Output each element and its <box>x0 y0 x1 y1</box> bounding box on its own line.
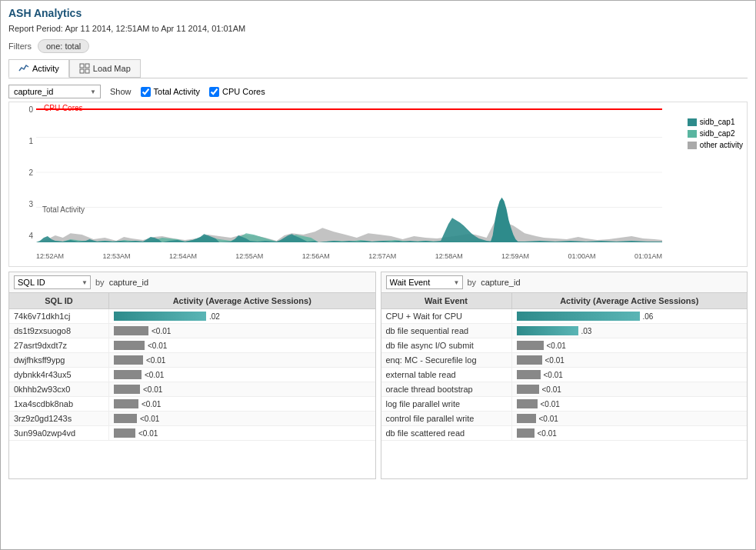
wait-table-row[interactable]: db file scattered read <0.01 <box>381 426 748 441</box>
wait-select-wrapper[interactable]: Wait Event <box>386 275 463 289</box>
sql-row-id: ds1t9zxsuogo8 <box>9 324 109 338</box>
wait-row-activity: .06 <box>512 309 748 323</box>
y-label-1: 1 <box>11 137 33 145</box>
report-period: Report Period: Apr 11 2014, 12:51AM to A… <box>8 24 748 33</box>
sql-id-select[interactable]: SQL ID <box>14 275 91 289</box>
wait-row-id: enq: MC - Securefile log <box>381 353 512 367</box>
wait-bar-value: <0.01 <box>538 429 557 438</box>
legend-label-0: sidb_cap1 <box>700 118 735 126</box>
legend-item-2: other activity <box>688 141 743 149</box>
wait-table-row[interactable]: db file async I/O submit <0.01 <box>381 338 748 353</box>
wait-table-row[interactable]: oracle thread bootstrap <0.01 <box>381 382 748 397</box>
sql-col-id-header: SQL ID <box>9 293 109 308</box>
wait-table-row[interactable]: db file sequential read .03 <box>381 324 748 338</box>
wait-row-activity: <0.01 <box>512 338 748 352</box>
x-label-5: 12:57AM <box>368 252 396 260</box>
sql-bar-value: .02 <box>209 312 220 321</box>
wait-table-row[interactable]: control file parallel write <0.01 <box>381 412 748 426</box>
report-period-label: Report Period: <box>8 24 63 33</box>
total-activity-checkbox-label[interactable]: Total Activity <box>141 87 201 97</box>
cpu-cores-checkbox-label[interactable]: CPU Cores <box>209 87 265 97</box>
cpu-cores-checkbox[interactable] <box>209 87 219 97</box>
sql-row-activity: <0.01 <box>109 368 375 382</box>
capture-id-select[interactable]: capture_id <box>8 85 101 98</box>
sql-table-row[interactable]: 74k6v71dkh1cj .02 <box>9 309 375 324</box>
sql-table-row[interactable]: 27asrt9dxdt7z <0.01 <box>9 338 375 353</box>
wait-table-row[interactable]: CPU + Wait for CPU .06 <box>381 309 748 324</box>
x-label-7: 12:59AM <box>501 252 529 260</box>
sql-table-row[interactable]: dwjfhksff9ypg <0.01 <box>9 353 375 368</box>
sql-table-row[interactable]: ds1t9zxsuogo8 <0.01 <box>9 324 375 338</box>
sql-select-wrapper[interactable]: SQL ID <box>14 275 91 289</box>
wait-row-id: log file parallel write <box>381 397 512 411</box>
wait-col-wait-header: Wait Event <box>381 293 512 308</box>
x-label-2: 12:54AM <box>169 252 197 260</box>
legend-color-1 <box>688 130 697 138</box>
wait-bar <box>517 326 578 335</box>
wait-panel-header: Wait Event by capture_id <box>381 272 748 293</box>
wait-table-row[interactable]: external table read <0.01 <box>381 368 748 382</box>
wait-col-activity-header: Activity (Average Active Sessions) <box>512 293 748 308</box>
wait-row-activity: <0.01 <box>512 412 748 425</box>
legend-item-1: sidb_cap2 <box>688 129 743 138</box>
total-activity-checkbox[interactable] <box>141 87 151 97</box>
sql-row-id: 3rz9z0gd1243s <box>9 412 109 425</box>
wait-bar <box>517 428 535 438</box>
wait-row-activity: .03 <box>512 324 748 338</box>
svg-marker-8 <box>36 215 662 242</box>
sql-row-activity: <0.01 <box>109 324 375 338</box>
wait-table-row[interactable]: log file parallel write <0.01 <box>381 397 748 412</box>
sql-row-activity: <0.01 <box>109 353 375 367</box>
cpu-cores-label: CPU Cores <box>222 87 265 96</box>
sql-table-row[interactable]: 1xa4scdbk8nab <0.01 <box>9 397 375 412</box>
wait-by-label: by <box>468 278 477 287</box>
tab-activity[interactable]: Activity <box>8 59 69 78</box>
y-label-4: 4 <box>11 232 33 240</box>
sql-row-id: 27asrt9dxdt7z <box>9 338 109 352</box>
sql-bar <box>114 370 142 379</box>
capture-id-select-wrapper[interactable]: capture_id <box>8 85 101 98</box>
sql-bar-value: <0.01 <box>140 415 159 423</box>
sql-table-row[interactable]: dybnkk4r43ux5 <0.01 <box>9 368 375 382</box>
sql-panel-header: SQL ID by capture_id <box>9 272 375 293</box>
wait-bar <box>517 399 538 408</box>
sql-table-body: 74k6v71dkh1cj .02 ds1t9zxsuogo8 <0.01 27… <box>9 309 375 478</box>
sql-bar <box>114 355 143 365</box>
legend-item-0: sidb_cap1 <box>688 118 743 126</box>
filter-tag[interactable]: one: total <box>38 39 89 53</box>
sql-bar <box>114 385 140 394</box>
sql-table-row[interactable]: 3rz9z0gd1243s <0.01 <box>9 412 375 426</box>
sql-row-id: 3un99a0zwp4vd <box>9 426 109 440</box>
wait-row-id: oracle thread bootstrap <box>381 382 512 396</box>
app-title: ASH Analytics <box>8 7 748 19</box>
y-label-3: 3 <box>11 200 33 208</box>
wait-event-select[interactable]: Wait Event <box>386 275 463 289</box>
legend-color-2 <box>688 142 697 149</box>
wait-bar <box>517 385 539 394</box>
sql-table-row[interactable]: 0khhb2w93cx0 <0.01 <box>9 382 375 397</box>
legend-label-2: other activity <box>700 141 743 149</box>
total-activity-label: Total Activity <box>154 87 201 96</box>
svg-rect-3 <box>85 69 89 73</box>
wait-row-id: db file sequential read <box>381 324 512 338</box>
y-label-2: 2 <box>11 168 33 177</box>
sql-table-row[interactable]: 3un99a0zwp4vd <0.01 <box>9 426 375 441</box>
x-label-1: 12:53AM <box>102 252 130 260</box>
x-label-3: 12:55AM <box>235 252 263 260</box>
show-label: Show <box>110 87 132 96</box>
sql-row-activity: .02 <box>109 309 375 323</box>
sql-row-activity: <0.01 <box>109 382 375 396</box>
wait-bar-value: <0.01 <box>547 342 566 350</box>
sql-bar-value: <0.01 <box>152 327 171 335</box>
wait-bar-value: <0.01 <box>545 356 565 365</box>
legend-color-0 <box>688 118 697 126</box>
x-label-9: 01:01AM <box>634 252 662 260</box>
tab-load-map[interactable]: Load Map <box>69 59 141 78</box>
wait-row-id: external table read <box>381 368 512 382</box>
sql-table-header: SQL ID Activity (Average Active Sessions… <box>9 293 375 309</box>
wait-panel: Wait Event by capture_id Wait Event Acti… <box>381 272 748 479</box>
y-label-0: 0 <box>11 105 33 114</box>
wait-table-row[interactable]: enq: MC - Securefile log <0.01 <box>381 353 748 368</box>
sql-row-id: dwjfhksff9ypg <box>9 353 109 367</box>
wait-row-activity: <0.01 <box>512 368 748 382</box>
